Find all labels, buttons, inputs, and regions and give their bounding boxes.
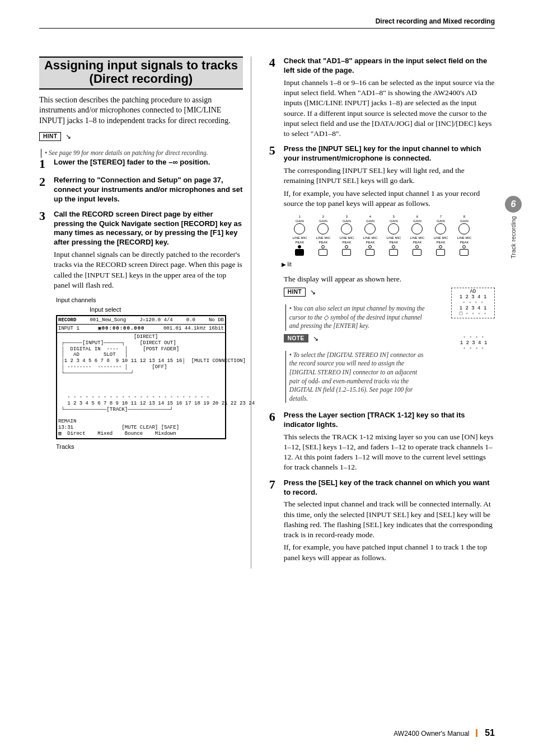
step-paragraph: If, for example, you have patched input … [284, 542, 495, 562]
knob-4: 4GAINLINE MICPEAK [360, 214, 380, 256]
hint-block: HINT↘ [39, 132, 243, 141]
step-head: Lower the [STEREO] fader to the –∞ posit… [54, 158, 243, 167]
manual-name: AW2400 Owner's Manual [394, 730, 469, 738]
record-screen-figure: RECORD 001_New_Song J=120.0 4/4 0.0 No D… [56, 315, 226, 439]
step-paragraph: Input channels 1–8 or 9–16 can be select… [284, 78, 495, 139]
step-head: Check that "AD1–8" appears in the input … [284, 57, 495, 76]
header-rule [39, 28, 495, 29]
mini-display-note: ◦ ◦ ◦ ◦ 1 2 3 4 1 ◦ ◦ ◦ ◦ [452, 334, 495, 353]
lit-label: ▶ lit [282, 261, 495, 269]
step-number: 5 [269, 144, 282, 157]
step-5: 5 Press the [INPUT SEL] key for the inpu… [269, 144, 495, 209]
hint-text: • You can also select an input channel b… [285, 304, 429, 331]
step-number: 7 [269, 478, 282, 491]
note-flag: NOTE [284, 334, 308, 343]
step-4: 4 Check that "AD1–8" appears in the inpu… [269, 57, 495, 139]
screen-db: No DB [209, 317, 224, 323]
note-text: • To select the [DIGITAL STEREO IN] conn… [285, 351, 429, 403]
step-6: 6 Press the Layer section [TRACK 1-12] k… [269, 411, 495, 473]
mini-display-ad: AD 1 2 3 4 1 ◦ ◦ ◦ ◦ 1 2 3 4 1 □ ◦ ◦ ◦ ◦ [451, 288, 495, 318]
step-paragraph: The selected input channel and track wil… [284, 499, 495, 540]
knob-1: 1GAINLINE MICPEAK [289, 214, 310, 256]
hint-flag: HINT [39, 132, 61, 141]
screen-body: [DIRECT] ┌──────[INPUT]──────┐ [DIRECT O… [57, 333, 225, 438]
screen-tempo: J=120.0 4/4 [139, 317, 172, 323]
step-number: 3 [39, 210, 51, 222]
knob-row-figure: 1GAINLINE MICPEAK 2GAINLINE MICPEAK 3GAI… [269, 214, 495, 256]
screen-title: RECORD [58, 317, 76, 323]
intro-paragraph: This section describes the patching proc… [39, 95, 243, 127]
chapter-label: Track recording [509, 216, 518, 259]
step-head: Press the Layer section [TRACK 1-12] key… [284, 411, 495, 430]
hint-text: • See page 99 for more details on patchi… [41, 149, 243, 158]
figure-label-input-channels: Input channels [56, 296, 243, 304]
step-paragraph: If, for example, you have selected input… [284, 189, 495, 209]
knob-7: 7GAINLINE MICPEAK [430, 214, 451, 256]
page-number: 51 [485, 728, 495, 738]
hint-block: HINT↘ [284, 288, 447, 297]
step-paragraph: This selects the TRACK 1-12 mixing layer… [284, 432, 495, 473]
knob-6: 6GAINLINE MICPEAK [407, 214, 427, 256]
knob-5: 5GAINLINE MICPEAK [383, 214, 404, 256]
knob-8: 8GAINLINE MICPEAK [454, 214, 474, 256]
figure-label-input-select: Input select [90, 306, 243, 314]
screen-time: ▣00:00:00.000 [98, 325, 144, 332]
footer: AW2400 Owner's Manual 51 [394, 727, 495, 739]
step-3: 3 Call the RECORD screen Direct page by … [39, 210, 243, 290]
step-head: Press the [INPUT SEL] key for the input … [284, 144, 495, 163]
knob-3: 3GAINLINE MICPEAK [336, 214, 357, 256]
knob-2: 2GAINLINE MICPEAK [313, 214, 333, 256]
screen-subtitle: INPUT 1 [58, 325, 79, 332]
screen-rate: 001.01 44.1kHz 16bit [163, 325, 224, 332]
chapter-tab: 6 Track recording [505, 196, 522, 259]
step-1: 1 Lower the [STEREO] fader to the –∞ pos… [39, 158, 243, 170]
step-number: 4 [269, 57, 282, 69]
chapter-number: 6 [505, 196, 522, 213]
step-head: Referring to "Connection and Setup" on p… [54, 176, 243, 204]
step-head: Press the [SEL] key of the track channel… [284, 478, 495, 497]
hint-arrow-icon: ↘ [310, 288, 316, 297]
step-2: 2 Referring to "Connection and Setup" on… [39, 176, 243, 204]
section-title: Assigning input signals to tracks (Direc… [39, 57, 243, 89]
step-number: 6 [269, 411, 282, 423]
figure-label-tracks: Tracks [56, 443, 243, 451]
hint-arrow-icon: ↘ [65, 132, 71, 141]
step-paragraph: The display will appear as shown here. [284, 274, 495, 284]
step-paragraph: Input channel signals can be directly pa… [54, 250, 243, 290]
breadcrumb: Direct recording and Mixed recording [39, 17, 495, 26]
hint-flag: HINT [284, 288, 306, 297]
footer-bar-icon [476, 729, 477, 737]
note-block: NOTE↘ [284, 334, 448, 343]
step-number: 1 [39, 158, 51, 170]
screen-song: 001_New_Song [90, 317, 126, 323]
step-7: 7 Press the [SEL] key of the track chann… [269, 478, 495, 563]
step-number: 2 [39, 176, 51, 188]
step-paragraph: The corresponding [INPUT SEL] key will l… [284, 166, 495, 186]
note-arrow-icon: ↘ [313, 334, 318, 343]
screen-meas: 0.0 [186, 317, 195, 323]
step-head: Call the RECORD screen Direct page by ei… [54, 210, 243, 248]
